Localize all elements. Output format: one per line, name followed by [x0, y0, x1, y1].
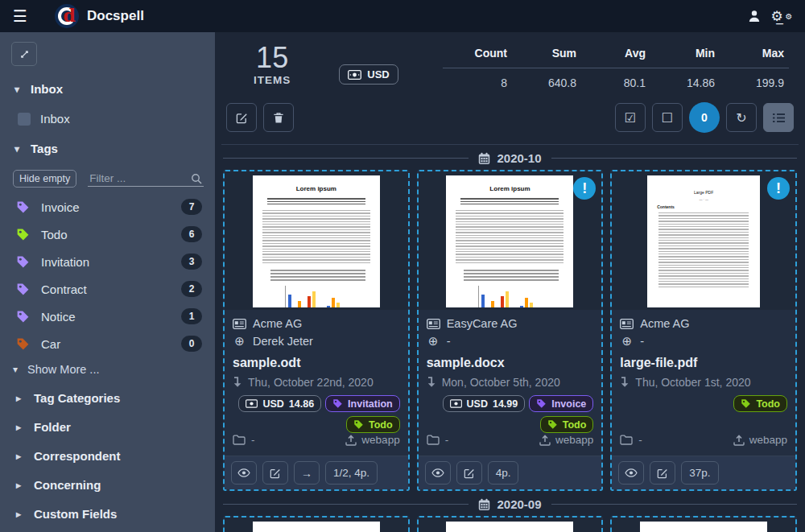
item-badges: USD 14.99 Invoice Todo	[427, 395, 594, 434]
tag-count-badge: 0	[181, 336, 202, 352]
sidebar-section-folder[interactable]: ▸ Folder	[16, 420, 202, 434]
sidebar-section-concerning[interactable]: ▸ Concerning	[16, 478, 202, 492]
next-attachment-button[interactable]: →	[294, 461, 320, 485]
search-sidebar: ▾ Inbox Inbox ▾ Tags Hide empty Inv	[0, 32, 215, 532]
page-count-label: 4p.	[488, 461, 519, 485]
inbox-checkbox-item[interactable]: Inbox	[18, 112, 200, 126]
menu-icon[interactable]: ☰	[10, 6, 31, 27]
tag-icon	[16, 255, 30, 269]
settings-gears-icon[interactable]: ⚙̲ ⚙	[768, 6, 795, 27]
sidebar-tag-car[interactable]: Car 0	[16, 336, 202, 352]
sidebar-tag-todo[interactable]: Todo 6	[16, 226, 202, 242]
tag-badge[interactable]: Todo	[733, 395, 787, 412]
sidebar-tag-invitation[interactable]: Invitation 3	[16, 254, 202, 270]
caret-right-icon: ▸	[16, 393, 24, 404]
refresh-button[interactable]: ↻	[726, 103, 757, 132]
show-more-tags[interactable]: ▾ Show More ...	[13, 363, 202, 376]
tag-count-badge: 7	[181, 199, 202, 215]
item-badges: Todo	[620, 395, 787, 434]
unconfirmed-alert-icon: !	[767, 177, 790, 200]
item-card[interactable]: Lorem ipsum	[417, 516, 604, 532]
sidebar-section-custom-fields[interactable]: ▸ Custom Fields	[16, 507, 202, 521]
caret-right-icon: ▸	[16, 422, 24, 433]
selection-toolbar: ☑ ☐ 0 ↻	[615, 102, 794, 133]
concerning-row: ⊕ -	[427, 334, 594, 348]
item-card[interactable]: Lorem ipsum	[223, 170, 410, 491]
person-crosshair-icon: ⊕	[233, 334, 246, 348]
correspondent-row: Acme AG	[233, 317, 400, 330]
tag-badge[interactable]: Todo	[540, 416, 594, 433]
selection-count-badge[interactable]: 0	[689, 102, 720, 133]
sidebar-tag-invoice[interactable]: Invoice 7	[16, 199, 202, 215]
upload-icon	[539, 435, 551, 446]
tag-badge[interactable]: Invitation	[325, 395, 400, 412]
docspell-logo[interactable]: d	[55, 4, 79, 28]
item-card-footer: → 1/2, 4p.	[225, 456, 408, 489]
tag-filter-field	[88, 171, 204, 187]
items-summary: 15 ITEMS	[254, 43, 291, 86]
item-card[interactable]: ! Lorem ipsum	[417, 170, 604, 491]
edit-items-button[interactable]	[226, 103, 257, 132]
sidebar-section-tags[interactable]: ▾ Tags	[14, 142, 200, 155]
tag-icon	[16, 337, 30, 351]
item-card[interactable]: Keywords in PDF	[223, 516, 410, 532]
id-card-icon	[620, 319, 634, 329]
sidebar-section-correspondent[interactable]: ▸ Correspondent	[16, 449, 202, 463]
money-icon	[450, 399, 462, 408]
preview-button[interactable]	[425, 461, 451, 485]
item-card-group: Keywords in PDF Lorem ipsum	[221, 516, 799, 532]
tag-count-badge: 2	[181, 281, 202, 297]
item-preview[interactable]: Lorem ipsum	[225, 171, 408, 310]
tag-badge[interactable]: Todo	[346, 416, 400, 433]
sidebar-tag-notice[interactable]: Notice 1	[16, 308, 202, 324]
edit-item-button[interactable]	[456, 461, 482, 485]
calendar-icon	[478, 152, 490, 165]
select-none-button[interactable]: ☐	[652, 103, 683, 132]
tag-icon	[547, 419, 558, 430]
tag-count-badge: 6	[181, 226, 202, 242]
sidebar-tag-contract[interactable]: Contract 2	[16, 281, 202, 297]
item-preview[interactable]: Keywords in PDF	[225, 518, 408, 532]
items-count: 15	[254, 43, 291, 72]
edit-item-button[interactable]	[262, 461, 288, 485]
item-preview[interactable]: Lorem ipsum	[612, 518, 795, 532]
sidebar-section-inbox[interactable]: ▾ Inbox	[14, 82, 200, 96]
item-card-group: Lorem ipsum	[221, 170, 799, 491]
item-card[interactable]: Lorem ipsum	[610, 516, 797, 532]
money-icon	[348, 70, 361, 80]
tag-filter-input[interactable]	[89, 172, 191, 184]
item-preview[interactable]: Lorem ipsum	[419, 518, 602, 532]
preview-button[interactable]	[231, 461, 257, 485]
inbox-checkbox[interactable]	[18, 113, 31, 126]
hide-empty-button[interactable]: Hide empty	[13, 170, 76, 188]
tag-icon	[16, 228, 30, 241]
expand-sidebar-button[interactable]	[11, 42, 37, 66]
upload-icon	[345, 435, 357, 446]
item-name[interactable]: sample.docx	[427, 356, 594, 370]
caret-down-icon: ▾	[14, 143, 23, 155]
id-card-icon	[427, 319, 440, 329]
tag-badge[interactable]: Invoice	[529, 395, 593, 412]
sidebar-section-tag-categories[interactable]: ▸ Tag Categories	[16, 391, 202, 405]
select-all-button[interactable]: ☑	[615, 103, 646, 132]
user-icon[interactable]	[741, 6, 768, 27]
item-date-row: Thu, October 22nd, 2020	[233, 376, 400, 389]
search-stats-bar: 15 ITEMS USD Count Sum Avg Min Max 8 640…	[221, 39, 799, 89]
item-name[interactable]: sample.odt	[233, 356, 400, 370]
edit-item-button[interactable]	[650, 461, 675, 485]
folder-source-row: - webapp	[233, 434, 400, 451]
list-view-toggle-button[interactable]	[763, 103, 794, 132]
page-count-label: 37p.	[681, 461, 718, 485]
tag-icon	[16, 282, 30, 296]
tag-count-badge: 3	[181, 254, 202, 270]
eye-icon	[431, 468, 444, 477]
date-group-header: 2020-10	[223, 151, 797, 165]
caret-down-icon: ▾	[14, 84, 23, 95]
tag-icon	[741, 398, 751, 409]
item-card[interactable]: ! Large PDF — · — Contents Acme AG	[610, 170, 797, 491]
preview-button[interactable]	[618, 461, 644, 485]
edit-icon	[270, 468, 281, 479]
person-crosshair-icon: ⊕	[620, 334, 634, 348]
delete-items-button[interactable]	[263, 103, 294, 132]
item-name[interactable]: large-file.pdf	[620, 356, 787, 370]
